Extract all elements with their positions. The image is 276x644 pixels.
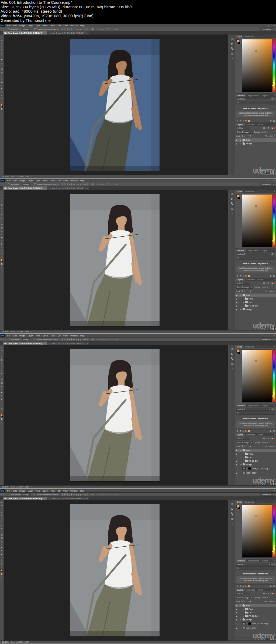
3d-roll-icon[interactable]: ◎ <box>109 493 111 496</box>
eyedropper-tool[interactable]: ╱ <box>0 207 4 210</box>
panel-tab-libraries[interactable]: Libraries <box>235 559 246 562</box>
menu-layer[interactable]: Layer <box>26 490 34 492</box>
filter-type-layers-icon[interactable]: T <box>268 282 269 284</box>
layer-visibility-eye-icon[interactable]: ◉ <box>235 618 238 621</box>
blend-mode-dropdown[interactable]: Pass Through <box>236 441 253 444</box>
filter-type-layers-icon[interactable]: T <box>268 437 269 439</box>
actions-panel-icon[interactable]: ▶ <box>232 508 233 510</box>
minimize-button[interactable]: – <box>268 179 269 182</box>
filter-shape-layers-icon[interactable]: ▫ <box>270 127 271 129</box>
align-horizontal-centers-icon[interactable]: ╫ <box>64 493 65 496</box>
panel-menu-icon[interactable]: ≡ <box>274 278 275 280</box>
auto-align-layers-icon[interactable]: ▦ <box>92 28 94 30</box>
panel-tab-channels[interactable]: Channels <box>245 433 257 436</box>
layer-row[interactable]: ◉▸Final <box>235 297 276 301</box>
edit-toolbar-ellipsis[interactable]: … <box>0 255 4 258</box>
type-tool[interactable]: T <box>0 549 4 553</box>
auto-select-checkbox[interactable] <box>8 339 9 340</box>
eyedropper-tool[interactable]: ╱ <box>0 362 4 365</box>
tool-preset-caret-icon[interactable]: ▾ <box>3 28 4 30</box>
document-canvas[interactable] <box>4 500 230 640</box>
document-tab[interactable]: No Time 1.psd @ 16.7% (Edit, RGB/16*) *× <box>3 342 47 345</box>
panel-menu-icon[interactable]: ≡ <box>274 559 275 561</box>
history-brush-tool[interactable]: ◔ <box>0 220 4 223</box>
eyedropper-tool[interactable]: ╱ <box>0 517 4 520</box>
menu-select[interactable]: Select <box>41 24 50 27</box>
document-tab[interactable]: No Time 1.psd @ 16.7% (Edit, RGB/16*) *× <box>3 186 47 190</box>
menu-image[interactable]: Image <box>18 24 26 27</box>
align-right-edges-icon[interactable]: ╢ <box>66 183 68 185</box>
tool-presets-panel-icon[interactable]: ▤ <box>231 52 234 55</box>
menu-window[interactable]: Window <box>69 490 79 492</box>
align-bottom-edges-icon[interactable]: ╧ <box>73 338 74 340</box>
path-selection-tool[interactable]: ▶ <box>0 553 4 556</box>
screen-mode-icon[interactable]: ▫ <box>0 576 4 579</box>
collaborate-icon[interactable]: ◉ <box>270 585 272 587</box>
3d-drag-icon[interactable]: + <box>111 28 112 30</box>
background-color-swatch[interactable] <box>2 571 4 573</box>
3d-slide-icon[interactable]: ◇ <box>113 28 115 30</box>
distribute-horizontal-centers-icon[interactable]: ╬ <box>84 183 86 185</box>
gradient-tool[interactable]: ▥ <box>0 381 4 384</box>
layer-visibility-eye-icon[interactable]: ◉ <box>235 304 238 308</box>
layer-thumbnail[interactable] <box>242 627 246 629</box>
document-tab[interactable]: no time 3.psd @ 16.7% (Edit, RGB/16*) *× <box>47 342 90 345</box>
menu-help[interactable]: Help <box>79 335 86 337</box>
foreground-background-swatches[interactable] <box>0 569 4 573</box>
quick-mask-mode-icon[interactable]: ◧ <box>0 417 4 421</box>
auto-align-layers-icon[interactable]: ▦ <box>92 338 94 340</box>
grid-view-icon[interactable]: ⊞ <box>271 563 273 565</box>
lock-transparent-pixels-icon[interactable]: ▨ <box>242 600 243 602</box>
screen-mode-icon[interactable]: ▫ <box>0 265 4 269</box>
distribute-vertical-centers-icon[interactable]: ╥ <box>78 183 79 185</box>
blur-tool[interactable]: ◒ <box>0 540 4 543</box>
3d-rotate-icon[interactable]: ↺ <box>106 338 108 340</box>
layer-row[interactable]: ▸DB <box>235 456 276 459</box>
filter-smart-objects-icon[interactable]: ▣ <box>271 437 273 439</box>
sync-libraries-icon[interactable]: ↺ <box>239 275 241 277</box>
close-button[interactable]: × <box>274 335 275 337</box>
lasso-tool[interactable]: ~ <box>0 197 4 200</box>
path-selection-tool[interactable]: ▶ <box>0 87 4 90</box>
distribute-vertical-centers-icon[interactable]: ╥ <box>78 28 79 30</box>
distribute-left-edges-icon[interactable]: ╞ <box>82 183 84 185</box>
gradient-tool[interactable]: ▥ <box>0 71 4 74</box>
workspace-switcher[interactable]: Essentials <box>260 183 275 186</box>
show-transform-checkbox[interactable] <box>34 183 36 185</box>
restore-button[interactable]: □ <box>271 490 272 492</box>
auto-select-group-dropdown[interactable]: Group <box>22 493 31 496</box>
color-gradient-picker[interactable] <box>242 39 272 92</box>
layer-thumbnail[interactable] <box>242 467 246 470</box>
panel-tab-adjustments[interactable]: Adjustments <box>246 404 261 407</box>
menu-window[interactable]: Window <box>69 179 79 182</box>
brush-tool[interactable]: ▰ <box>0 523 4 527</box>
upload-asset-icon[interactable]: ↥ <box>236 585 238 587</box>
layer-row[interactable]: ◉IMG_0217 <box>235 471 276 475</box>
layer-row[interactable]: ◉▾Edit <box>235 604 276 607</box>
group-disclosure-icon[interactable]: ▸ <box>242 456 244 458</box>
panel-menu-icon[interactable]: ≡ <box>274 500 275 502</box>
blend-mode-dropdown[interactable]: Pass Through <box>236 596 253 599</box>
menu-window[interactable]: Window <box>69 335 79 337</box>
menu-help[interactable]: Help <box>79 24 86 27</box>
distribute-left-edges-icon[interactable]: ╞ <box>82 493 84 496</box>
tab-close-icon[interactable]: × <box>44 32 45 34</box>
align-left-edges-icon[interactable]: ╟ <box>62 338 63 340</box>
lock-artboard-icon[interactable]: ▫ <box>248 290 249 292</box>
clone-source-panel-icon[interactable]: ▚ <box>232 358 233 360</box>
fill-value[interactable]: 100% <box>268 445 273 447</box>
align-bottom-edges-icon[interactable]: ╧ <box>73 28 74 30</box>
group-disclosure-icon[interactable]: ▸ <box>242 615 244 617</box>
close-button[interactable]: × <box>274 24 275 26</box>
distribute-vertical-centers-icon[interactable]: ╥ <box>78 338 79 340</box>
clone-source-panel-icon[interactable]: ▚ <box>232 513 233 515</box>
document-canvas[interactable] <box>4 345 230 485</box>
menu-view[interactable]: View <box>62 24 69 27</box>
rectangular-marquee-tool[interactable]: ▭ <box>0 504 4 507</box>
library-search-input[interactable] <box>236 411 275 415</box>
crop-tool[interactable]: ⊞ <box>0 359 4 362</box>
auto-select-checkbox[interactable] <box>8 494 9 495</box>
spot-healing-brush-tool[interactable]: ◠ <box>0 210 4 213</box>
clone-stamp-tool[interactable]: ● <box>0 527 4 530</box>
distribute-bottom-edges-icon[interactable]: ╖ <box>80 493 81 496</box>
